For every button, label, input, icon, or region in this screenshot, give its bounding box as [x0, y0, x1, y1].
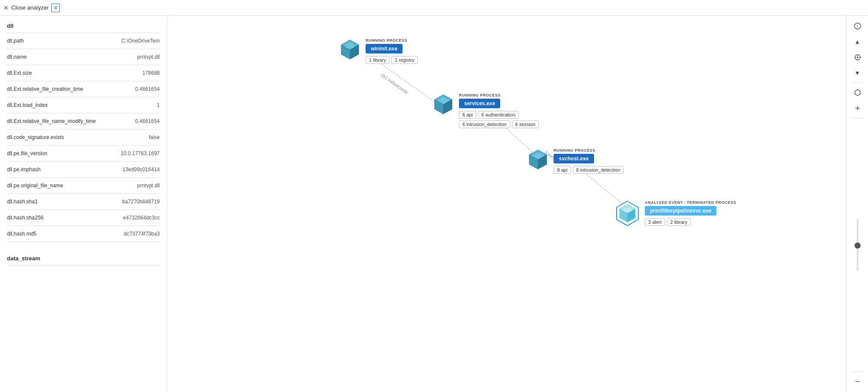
printfilter-header: ANALYZED EVENT · TERMINATED PROCESS prin… — [645, 200, 736, 226]
chevron-down-button[interactable]: ▼ — [851, 66, 865, 80]
services-type-label: RUNNING PROCESS — [459, 93, 501, 97]
prop-name: dll.Ext.load_index — [7, 102, 48, 108]
services-tags: 6 api 6 authentication 6 intrusion_detec… — [459, 111, 554, 128]
zoom-slider-track[interactable] — [857, 219, 858, 271]
info-button[interactable]: i — [851, 19, 865, 33]
prop-divider — [7, 145, 160, 146]
chevron-up-button[interactable]: ▲ — [851, 35, 865, 49]
conn-label-wininit-services: 191 milliseconds — [380, 73, 409, 95]
zoom-slider-area — [857, 121, 858, 369]
prop-name: dll.pe.original_file_name — [7, 183, 63, 189]
prop-value: 178688 — [142, 70, 160, 76]
wininit-node: RUNNING PROCESS wininit.exe 1 library 1 … — [339, 38, 418, 64]
svg-marker-32 — [855, 90, 860, 96]
wininit-tag-registry[interactable]: 1 registry — [391, 56, 418, 64]
prop-divider — [7, 81, 160, 81]
prop-divider — [7, 65, 160, 65]
minus-icon — [854, 378, 861, 385]
table-row: dll.Ext.load_index1 — [7, 100, 160, 110]
wininit-cube-icon — [339, 38, 361, 61]
data-stream-divider — [7, 265, 160, 266]
printfilter-node: ANALYZED EVENT · TERMINATED PROCESS prin… — [614, 200, 736, 226]
services-name-button[interactable]: services.exe — [459, 99, 500, 108]
table-row: dll.Ext.relative_file_name_modify_time0.… — [7, 116, 160, 126]
svchost-tag-intrusion[interactable]: 8 intrusion_detection — [573, 166, 624, 174]
target-button[interactable] — [851, 50, 865, 64]
dll-divider — [7, 33, 160, 33]
wininit-type-label: RUNNING PROCESS — [366, 38, 407, 43]
table-row: dll.Ext.relative_file_creation_time0.466… — [7, 84, 160, 94]
svg-point-27 — [857, 56, 858, 58]
table-row: dll.hash.sha256e4732664dc3cc — [7, 213, 160, 223]
table-row: dll.Ext.size178688 — [7, 68, 160, 78]
prop-value: 1 — [157, 102, 160, 108]
hexagon-button[interactable] — [851, 86, 865, 100]
prop-name: dll.path — [7, 38, 24, 44]
printfilter-name-button[interactable]: printfilterpipelinesvc.exe — [645, 206, 716, 216]
prop-value: ba7270b848719 — [122, 199, 160, 205]
svchost-node-inner: RUNNING PROCESS svchost.exe 8 api 8 intr… — [527, 148, 624, 174]
prop-value: dc73774f73ba3 — [124, 231, 160, 237]
main-content: dll dll.pathC:\OneDriveTemdll.nameprntvp… — [0, 16, 868, 392]
printfilter-tag-alert[interactable]: 3 alert — [645, 218, 665, 226]
prop-name: dll.Ext.relative_file_creation_time — [7, 86, 83, 92]
svchost-node: RUNNING PROCESS svchost.exe 8 api 8 intr… — [527, 148, 624, 174]
table-row: dll.hash.md5dc73774f73ba3 — [7, 229, 160, 239]
printfilter-node-inner: ANALYZED EVENT · TERMINATED PROCESS prin… — [614, 200, 736, 226]
prop-value: e4732664dc3cc — [123, 215, 160, 221]
table-row: dll.pe.imphash13ed99c016414 — [7, 164, 160, 175]
services-tag-authentication[interactable]: 6 authentication — [478, 111, 519, 119]
prop-divider — [7, 177, 160, 178]
prop-name: dll.code_signature.exists — [7, 134, 64, 140]
table-row: dll.pe.file_version10.0.17763.1697 — [7, 148, 160, 159]
services-node: RUNNING PROCESS services.exe 6 api 6 aut… — [432, 93, 554, 128]
left-panel: dll dll.pathC:\OneDriveTemdll.nameprntvp… — [0, 16, 167, 392]
wininit-name-button[interactable]: wininit.exe — [366, 44, 403, 53]
wininit-tag-library[interactable]: 1 library — [366, 56, 389, 64]
svchost-tag-api[interactable]: 8 api — [554, 166, 571, 174]
prop-divider — [7, 209, 160, 210]
prop-divider — [7, 193, 160, 194]
prop-value: prntvpt.dll — [137, 54, 160, 60]
prop-name: dll.Ext.relative_file_name_modify_time — [7, 118, 94, 124]
services-tag-api[interactable]: 6 api — [459, 111, 476, 119]
prop-divider — [7, 161, 160, 162]
graph-canvas: 191 milliseconds 3 minutes RUNNING P — [167, 16, 846, 392]
prop-divider — [7, 113, 160, 113]
printfilter-tag-library[interactable]: 2 library — [667, 218, 691, 226]
table-row: dll.pathC:\OneDriveTem — [7, 36, 160, 46]
zoom-slider-thumb[interactable] — [855, 243, 861, 249]
services-node-inner: RUNNING PROCESS services.exe 6 api 6 aut… — [432, 93, 554, 128]
toolbar-divider-1 — [851, 83, 864, 83]
prop-name: dll.pe.file_version — [7, 150, 47, 156]
prop-divider — [7, 129, 160, 130]
prop-divider — [7, 49, 160, 49]
prop-value: false — [149, 134, 160, 140]
prop-name: dll.hash.sha256 — [7, 215, 43, 221]
prop-divider — [7, 242, 160, 242]
properties-list: dll.pathC:\OneDriveTemdll.nameprntvpt.dl… — [7, 36, 160, 242]
prop-value: 0.4661654 — [135, 118, 160, 124]
graph-panel: 191 milliseconds 3 minutes RUNNING P — [167, 16, 868, 392]
prop-name: dll.Ext.size — [7, 70, 32, 76]
services-tag-session[interactable]: 6 session — [512, 120, 539, 128]
services-tag-intrusion[interactable]: 6 intrusion_detection — [459, 120, 510, 128]
data-stream-section-label: data_stream — [7, 252, 160, 262]
close-analyzer-button[interactable]: ✕ Close analyzer ⊞ — [3, 3, 60, 12]
table-row: dll.code_signature.existsfalse — [7, 132, 160, 143]
svchost-cube-icon — [527, 148, 549, 171]
target-icon — [854, 54, 861, 61]
printfilter-type-label: ANALYZED EVENT · TERMINATED PROCESS — [645, 200, 736, 205]
services-header: RUNNING PROCESS services.exe 6 api 6 aut… — [459, 93, 554, 128]
info-icon: i — [854, 23, 861, 30]
svchost-name-button[interactable]: svchost.exe — [554, 154, 594, 163]
analyzer-icon: ⊞ — [51, 3, 60, 12]
zoom-out-button[interactable] — [851, 375, 865, 389]
wininit-tags: 1 library 1 registry — [366, 56, 418, 64]
close-x-icon: ✕ — [3, 4, 9, 11]
prop-divider — [7, 97, 160, 97]
zoom-in-button[interactable] — [851, 101, 865, 115]
prop-name: dll.hash.md5 — [7, 231, 36, 237]
prop-value: 13ed99c016414 — [122, 166, 160, 173]
prop-value: prntvpt.dll — [137, 183, 160, 189]
